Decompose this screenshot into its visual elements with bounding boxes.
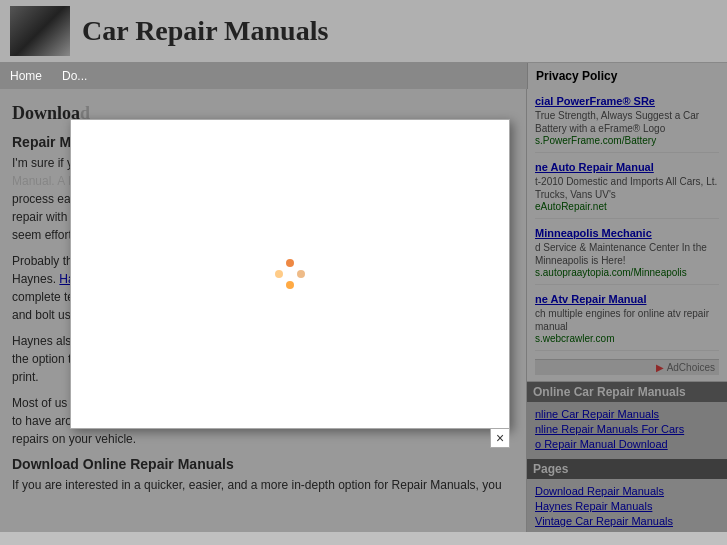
spinner-dot-4 [275,270,283,278]
logo-image [10,6,70,56]
spinner-dot-3 [286,281,294,289]
navbar-left: Home Do... [0,63,527,89]
navbar: Home Do... Privacy Policy [0,63,727,89]
modal-overlay: × [0,89,727,532]
modal-box: × [70,119,510,429]
main-layout: Download Repair Manuals I'm sure if you'… [0,89,727,532]
privacy-policy-label: Privacy Policy [536,69,617,83]
site-logo [10,6,70,56]
modal-content [71,120,509,428]
nav-home[interactable]: Home [0,63,52,89]
spinner-dot-1 [286,259,294,267]
spinner-dot-2 [297,270,305,278]
site-header: Car Repair Manuals [0,0,727,63]
loading-spinner [275,259,305,289]
site-title: Car Repair Manuals [82,15,328,47]
modal-close-button[interactable]: × [490,428,510,448]
navbar-right: Privacy Policy [527,63,727,89]
nav-downloads[interactable]: Do... [52,63,97,89]
